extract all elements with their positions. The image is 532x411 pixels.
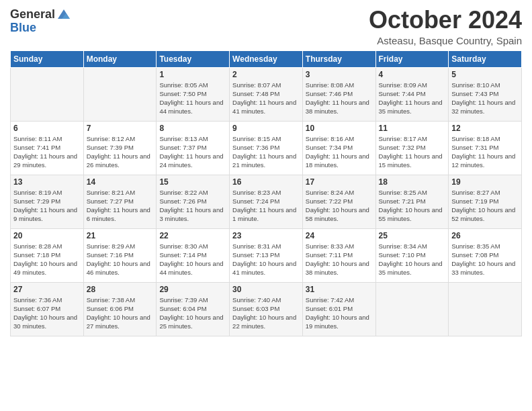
- calendar-cell: 13Sunrise: 8:19 AM Sunset: 7:29 PM Dayli…: [11, 175, 84, 228]
- day-info: Sunrise: 8:09 AM Sunset: 7:44 PM Dayligh…: [379, 81, 446, 116]
- calendar-cell: 17Sunrise: 8:24 AM Sunset: 7:22 PM Dayli…: [302, 175, 375, 228]
- calendar-cell: 4Sunrise: 8:09 AM Sunset: 7:44 PM Daylig…: [375, 67, 449, 121]
- day-number: 16: [232, 177, 300, 187]
- day-info: Sunrise: 8:18 AM Sunset: 7:31 PM Dayligh…: [451, 134, 519, 170]
- day-number: 20: [13, 231, 81, 240]
- day-info: Sunrise: 8:35 AM Sunset: 7:08 PM Dayligh…: [451, 242, 519, 277]
- day-number: 9: [232, 124, 300, 133]
- calendar-cell: 27Sunrise: 7:36 AM Sunset: 6:07 PM Dayli…: [11, 282, 84, 336]
- logo-blue: Blue: [10, 21, 36, 34]
- calendar-cell: 31Sunrise: 7:42 AM Sunset: 6:01 PM Dayli…: [302, 282, 375, 336]
- location-title: Asteasu, Basque Country, Spain: [369, 35, 522, 46]
- calendar-cell: 29Sunrise: 7:39 AM Sunset: 6:04 PM Dayli…: [157, 282, 230, 336]
- weekday-header-thursday: Thursday: [302, 50, 375, 67]
- title-section: October 2024 Asteasu, Basque Country, Sp…: [369, 7, 522, 46]
- day-info: Sunrise: 8:29 AM Sunset: 7:16 PM Dayligh…: [87, 242, 154, 277]
- day-number: 25: [379, 231, 446, 240]
- day-number: 18: [379, 177, 446, 187]
- day-number: 26: [451, 231, 519, 240]
- calendar-cell: 3Sunrise: 8:08 AM Sunset: 7:46 PM Daylig…: [302, 67, 375, 121]
- calendar-cell: 19Sunrise: 8:27 AM Sunset: 7:19 PM Dayli…: [449, 175, 522, 228]
- calendar-cell: 7Sunrise: 8:12 AM Sunset: 7:39 PM Daylig…: [83, 121, 157, 175]
- calendar-cell: 16Sunrise: 8:23 AM Sunset: 7:24 PM Dayli…: [230, 175, 303, 228]
- calendar-cell: 22Sunrise: 8:30 AM Sunset: 7:14 PM Dayli…: [157, 228, 230, 282]
- day-info: Sunrise: 8:12 AM Sunset: 7:39 PM Dayligh…: [87, 134, 154, 170]
- day-number: 27: [13, 285, 81, 294]
- day-number: 3: [306, 70, 373, 79]
- weekday-header-wednesday: Wednesday: [230, 50, 303, 67]
- day-info: Sunrise: 8:05 AM Sunset: 7:50 PM Dayligh…: [159, 81, 226, 116]
- calendar-cell: 18Sunrise: 8:25 AM Sunset: 7:21 PM Dayli…: [375, 175, 449, 228]
- calendar-cell: [83, 67, 157, 121]
- day-info: Sunrise: 8:22 AM Sunset: 7:26 PM Dayligh…: [159, 188, 226, 224]
- weekday-header-tuesday: Tuesday: [157, 50, 230, 67]
- calendar-cell: 30Sunrise: 7:40 AM Sunset: 6:03 PM Dayli…: [230, 282, 303, 336]
- day-number: 31: [306, 285, 373, 294]
- day-number: 12: [451, 124, 519, 133]
- calendar-cell: 28Sunrise: 7:38 AM Sunset: 6:06 PM Dayli…: [83, 282, 157, 336]
- calendar-week-row: 1Sunrise: 8:05 AM Sunset: 7:50 PM Daylig…: [11, 67, 522, 121]
- calendar-week-row: 27Sunrise: 7:36 AM Sunset: 6:07 PM Dayli…: [11, 282, 522, 336]
- weekday-header-friday: Friday: [375, 50, 449, 67]
- calendar-cell: [375, 282, 449, 336]
- calendar-cell: 1Sunrise: 8:05 AM Sunset: 7:50 PM Daylig…: [157, 67, 230, 121]
- calendar-cell: [449, 282, 522, 336]
- day-number: 7: [87, 124, 154, 133]
- calendar-cell: 6Sunrise: 8:11 AM Sunset: 7:41 PM Daylig…: [11, 121, 84, 175]
- day-info: Sunrise: 7:40 AM Sunset: 6:03 PM Dayligh…: [232, 295, 300, 331]
- calendar-cell: 8Sunrise: 8:13 AM Sunset: 7:37 PM Daylig…: [157, 121, 230, 175]
- day-number: 19: [451, 177, 519, 187]
- calendar-cell: 2Sunrise: 8:07 AM Sunset: 7:48 PM Daylig…: [230, 67, 303, 121]
- day-number: 6: [13, 124, 81, 133]
- calendar-cell: 9Sunrise: 8:15 AM Sunset: 7:36 PM Daylig…: [230, 121, 303, 175]
- calendar-cell: 20Sunrise: 8:28 AM Sunset: 7:18 PM Dayli…: [11, 228, 84, 282]
- day-info: Sunrise: 8:24 AM Sunset: 7:22 PM Dayligh…: [306, 188, 373, 224]
- day-info: Sunrise: 8:08 AM Sunset: 7:46 PM Dayligh…: [306, 81, 373, 116]
- day-info: Sunrise: 7:39 AM Sunset: 6:04 PM Dayligh…: [159, 295, 226, 331]
- day-number: 28: [87, 285, 154, 294]
- calendar-cell: 24Sunrise: 8:33 AM Sunset: 7:11 PM Dayli…: [302, 228, 375, 282]
- calendar-cell: 23Sunrise: 8:31 AM Sunset: 7:13 PM Dayli…: [230, 228, 303, 282]
- day-number: 10: [306, 124, 373, 133]
- day-info: Sunrise: 8:07 AM Sunset: 7:48 PM Dayligh…: [232, 81, 300, 116]
- day-info: Sunrise: 7:36 AM Sunset: 6:07 PM Dayligh…: [13, 295, 81, 331]
- weekday-header-sunday: Sunday: [11, 50, 84, 67]
- day-number: 21: [87, 231, 154, 240]
- day-info: Sunrise: 8:28 AM Sunset: 7:18 PM Dayligh…: [13, 242, 81, 277]
- calendar-cell: 10Sunrise: 8:16 AM Sunset: 7:34 PM Dayli…: [302, 121, 375, 175]
- calendar-week-row: 13Sunrise: 8:19 AM Sunset: 7:29 PM Dayli…: [11, 175, 522, 228]
- day-number: 4: [379, 70, 446, 79]
- day-info: Sunrise: 8:30 AM Sunset: 7:14 PM Dayligh…: [159, 242, 226, 277]
- day-number: 1: [159, 70, 226, 79]
- day-info: Sunrise: 8:25 AM Sunset: 7:21 PM Dayligh…: [379, 188, 446, 224]
- calendar-cell: 26Sunrise: 8:35 AM Sunset: 7:08 PM Dayli…: [449, 228, 522, 282]
- day-info: Sunrise: 8:23 AM Sunset: 7:24 PM Dayligh…: [232, 188, 300, 224]
- day-info: Sunrise: 8:11 AM Sunset: 7:41 PM Dayligh…: [13, 134, 81, 170]
- calendar-cell: 25Sunrise: 8:34 AM Sunset: 7:10 PM Dayli…: [375, 228, 449, 282]
- day-number: 30: [232, 285, 300, 294]
- calendar-table: SundayMondayTuesdayWednesdayThursdayFrid…: [10, 50, 522, 336]
- day-number: 23: [232, 231, 300, 240]
- calendar-cell: [11, 67, 84, 121]
- day-number: 29: [159, 285, 226, 294]
- day-info: Sunrise: 7:38 AM Sunset: 6:06 PM Dayligh…: [87, 295, 154, 331]
- logo-general: General: [10, 8, 55, 20]
- day-info: Sunrise: 8:15 AM Sunset: 7:36 PM Dayligh…: [232, 134, 300, 170]
- day-number: 22: [159, 231, 226, 240]
- day-number: 13: [13, 177, 81, 187]
- day-info: Sunrise: 8:16 AM Sunset: 7:34 PM Dayligh…: [306, 134, 373, 170]
- month-title: October 2024: [369, 7, 522, 34]
- day-number: 24: [306, 231, 373, 240]
- calendar-cell: 14Sunrise: 8:21 AM Sunset: 7:27 PM Dayli…: [83, 175, 157, 228]
- calendar-cell: 12Sunrise: 8:18 AM Sunset: 7:31 PM Dayli…: [449, 121, 522, 175]
- calendar-week-row: 20Sunrise: 8:28 AM Sunset: 7:18 PM Dayli…: [11, 228, 522, 282]
- day-info: Sunrise: 8:17 AM Sunset: 7:32 PM Dayligh…: [379, 134, 446, 170]
- weekday-header-saturday: Saturday: [449, 50, 522, 67]
- day-info: Sunrise: 8:27 AM Sunset: 7:19 PM Dayligh…: [451, 188, 519, 224]
- page-header: General Blue October 2024 Asteasu, Basqu…: [10, 7, 522, 46]
- day-info: Sunrise: 8:34 AM Sunset: 7:10 PM Dayligh…: [379, 242, 446, 277]
- day-info: Sunrise: 8:19 AM Sunset: 7:29 PM Dayligh…: [13, 188, 81, 224]
- day-number: 5: [451, 70, 519, 79]
- day-info: Sunrise: 7:42 AM Sunset: 6:01 PM Dayligh…: [306, 295, 373, 331]
- calendar-cell: 5Sunrise: 8:10 AM Sunset: 7:43 PM Daylig…: [449, 67, 522, 121]
